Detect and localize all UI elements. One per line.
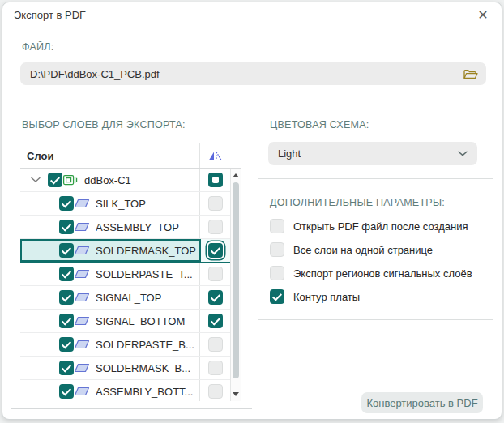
table-row[interactable]: SILK_TOP [20,192,230,216]
option-row[interactable]: Экспорт регионов сигнальных слоёв [270,266,472,280]
folder-open-icon [463,68,478,80]
layer-visible-checkbox[interactable] [59,220,74,234]
layer-icon [74,362,90,374]
option-checkbox[interactable] [270,266,284,280]
right-panel-divider-top [258,178,493,179]
layer-visible-checkbox[interactable] [59,267,74,281]
mirror-checkbox[interactable] [208,337,223,352]
layers-table-header: Слои [20,143,241,169]
mirror-cell [199,357,230,379]
table-row[interactable]: ASSEMBLY_BOTT... [20,380,230,401]
layer-name-cell: SOLDERMASK_TOP [20,239,199,262]
chevron-down-icon [458,151,468,156]
option-label: Контур платы [293,291,360,303]
scroll-down-icon[interactable] [233,392,239,396]
layer-name-cell: SOLDERMASK_B... [20,357,199,379]
layer-name: SOLDERPASTE_B... [96,339,194,351]
mirror-cell [199,216,230,238]
close-icon[interactable]: ✕ [476,8,490,23]
table-row[interactable]: SOLDERMASK_TOP [20,239,230,263]
layer-visible-checkbox[interactable] [48,173,62,187]
layer-icon [74,245,90,256]
layers-panel-divider [11,408,252,409]
layers-section-label: ВЫБОР СЛОЕВ ДЛЯ ЭКСПОРТА: [22,119,186,130]
convert-to-pdf-button[interactable]: Конвертировать в PDF [361,392,483,413]
table-row[interactable]: SOLDERPASTE_B... [20,333,230,357]
layer-visible-checkbox[interactable] [59,243,74,258]
layer-name: ASSEMBLY_BOTT... [96,386,193,398]
layer-visible-checkbox[interactable] [59,196,74,211]
vertical-scrollbar[interactable] [230,169,241,401]
layer-visible-checkbox[interactable] [59,314,74,328]
color-scheme-label: ЦВЕТОВАЯ СХЕМА: [270,119,369,130]
table-row[interactable]: ASSEMBLY_TOP [20,216,230,239]
mirror-cell [199,263,230,285]
layer-name-cell: SIGNAL_TOP [20,286,199,309]
layer-name-cell: SILK_TOP [20,192,199,215]
option-checkbox[interactable] [270,242,284,257]
mirror-checkbox[interactable] [208,361,223,375]
options-section-label: ДОПОЛНИТЕЛЬНЫЕ ПАРАМЕТРЫ: [270,197,445,208]
mirror-checkbox[interactable] [208,173,223,187]
mirror-column-header [199,143,230,168]
color-scheme-select[interactable]: Light [268,142,477,165]
option-row[interactable]: Открыть PDF файл после создания [270,219,472,233]
option-row[interactable]: Все слои на одной странице [270,242,472,257]
option-row[interactable]: Контур платы [270,289,472,304]
browse-folder-button[interactable] [462,66,478,81]
layer-icon [74,339,90,350]
scrollbar-thumb[interactable] [233,182,239,378]
table-row[interactable]: SOLDERPASTE_T... [20,263,230,286]
layer-visible-checkbox[interactable] [59,290,74,305]
table-row[interactable]: ddBox-C1 [20,169,230,192]
layer-rows: ddBox-C1SILK_TOPASSEMBLY_TOPSOLDERMASK_T… [20,169,230,401]
mirror-checkbox[interactable] [208,384,223,399]
mirror-cell [199,380,230,401]
flip-horizontal-icon [207,150,223,162]
mirror-checkbox[interactable] [208,243,223,258]
layer-name-cell: SOLDERPASTE_B... [20,333,199,356]
layer-name-cell: ASSEMBLY_BOTT... [20,380,199,401]
layer-name: SILK_TOP [96,198,146,210]
screen: Экспорт в PDF ✕ ФАЙЛ: D:\PDF\ddBox-C1_PC… [0,0,504,423]
mirror-cell [199,192,230,215]
mirror-checkbox[interactable] [208,290,223,305]
mirror-checkbox[interactable] [208,267,223,281]
layer-icon [74,292,90,303]
chevron-down-icon[interactable] [31,177,41,183]
file-section-label: ФАЙЛ: [22,41,53,53]
layer-visible-checkbox[interactable] [59,384,74,399]
mirror-checkbox[interactable] [208,196,223,211]
table-row[interactable]: SIGNAL_BOTTOM [20,310,230,333]
options-list: Открыть PDF файл после созданияВсе слои … [270,219,472,304]
mirror-checkbox[interactable] [208,220,223,234]
option-label: Все слои на одной странице [293,244,433,256]
layer-visible-checkbox[interactable] [59,361,74,375]
layer-name: SOLDERPASTE_T... [96,268,193,280]
layer-visible-checkbox[interactable] [59,337,74,352]
title-bar: Экспорт в PDF ✕ [2,2,502,28]
layer-name-cell: ddBox-C1 [20,169,199,191]
layer-name-cell: SIGNAL_BOTTOM [20,310,199,332]
option-label: Открыть PDF файл после создания [293,220,468,233]
mirror-cell [199,169,230,191]
layer-name: ASSEMBLY_TOP [96,221,179,233]
option-checkbox[interactable] [270,289,284,304]
layer-name: SOLDERMASK_B... [96,362,190,374]
table-row[interactable]: SOLDERMASK_B... [20,357,230,380]
file-path-input[interactable]: D:\PDF\ddBox-C1_PCB.pdf [20,62,486,85]
mirror-checkbox[interactable] [208,314,223,328]
option-checkbox[interactable] [270,219,284,233]
option-label: Экспорт регионов сигнальных слоёв [293,267,472,280]
layers-column-header: Слои [20,150,53,162]
layer-name-cell: SOLDERPASTE_T... [20,263,199,285]
layer-name: SOLDERMASK_TOP [96,245,196,257]
board-icon [62,173,78,186]
dialog-title: Экспорт в PDF [14,9,86,21]
export-pdf-dialog: Экспорт в PDF ✕ ФАЙЛ: D:\PDF\ddBox-C1_PC… [2,2,502,420]
scroll-up-icon[interactable] [233,173,239,177]
table-row[interactable]: SIGNAL_TOP [20,286,230,310]
layer-icon [74,386,90,397]
layers-table: Слои ddBox-C1SILK_TOPASSEMBLY_TOPSOLDERM… [20,143,241,403]
layer-name: SIGNAL_TOP [96,292,161,304]
